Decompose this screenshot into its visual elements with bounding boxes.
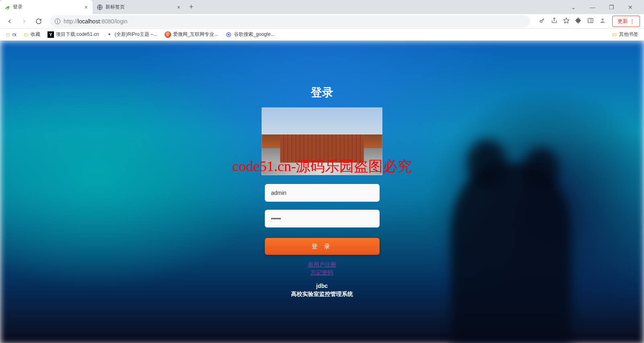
browser-chrome: 登录 × 新标签页 × + ⌄ — ❐ ✕ i: [0, 0, 644, 41]
close-button[interactable]: ✕: [625, 2, 636, 12]
dropdown-icon[interactable]: ⌄: [568, 2, 579, 12]
key-icon[interactable]: [539, 17, 545, 25]
tab-bar: 登录 × 新标签页 × + ⌄ — ❐ ✕: [0, 0, 644, 14]
side-panel-icon[interactable]: [587, 17, 594, 25]
maximize-button[interactable]: ❐: [606, 2, 617, 12]
bookmarks-bar: 🗀 rx 🗀 收藏 Y 项目下载:code51.cn ✦ (全新)RiPro主题…: [0, 29, 644, 41]
site-icon: ✦: [106, 31, 113, 38]
tab-title: 新标签页: [105, 4, 174, 10]
background-silhouette: [451, 163, 572, 343]
url-text: http://localhost:8080/login: [64, 18, 128, 25]
close-icon[interactable]: ×: [176, 3, 181, 11]
share-icon[interactable]: [551, 17, 557, 25]
bookmark-other[interactable]: 🗀 其他书签: [612, 31, 638, 38]
login-button[interactable]: 登 录: [265, 238, 380, 255]
address-bar[interactable]: i http://localhost:8080/login: [50, 15, 530, 27]
nav-bar: i http://localhost:8080/login 更新 ⋮: [0, 14, 644, 29]
globe-icon: [97, 4, 103, 10]
bookmark-rx[interactable]: 🗀 rx: [6, 32, 17, 37]
username-input[interactable]: [265, 184, 380, 202]
site-icon: [225, 31, 232, 38]
hero-image: [262, 107, 382, 175]
svg-point-4: [601, 18, 603, 20]
window-controls: ⌄ — ❐ ✕: [568, 2, 641, 12]
site-icon: 爱: [165, 31, 171, 38]
password-input[interactable]: [265, 210, 380, 227]
close-icon[interactable]: ×: [84, 3, 89, 11]
bookmark-google[interactable]: 谷歌搜索_google...: [225, 31, 275, 38]
minimize-button[interactable]: —: [586, 2, 599, 12]
folder-icon: 🗀: [6, 32, 10, 37]
bookmark-code51[interactable]: Y 项目下载:code51.cn: [47, 31, 99, 38]
svg-rect-2: [588, 18, 593, 23]
leaf-icon: [4, 4, 10, 10]
forgot-password-link[interactable]: 忘记密码: [258, 269, 386, 277]
folder-icon: 🗀: [612, 32, 617, 37]
footer-text: jdbc 高校实验室监控管理系统: [258, 282, 386, 298]
register-link[interactable]: 新用户注册: [258, 261, 386, 269]
bookmark-favorites[interactable]: 🗀 收藏: [24, 31, 40, 38]
login-form: 登录 登 录 新用户注册 忘记密码 jdbc 高校实验室监控管理系统: [258, 41, 386, 298]
tab-new[interactable]: 新标签页 ×: [93, 0, 185, 14]
back-button[interactable]: [4, 16, 15, 27]
site-icon: Y: [47, 31, 54, 38]
new-tab-button[interactable]: +: [185, 3, 198, 11]
tab-title: 登录: [13, 4, 81, 10]
profile-icon[interactable]: [599, 17, 606, 25]
reload-button[interactable]: [33, 16, 44, 27]
menu-icon: ⋮: [630, 18, 635, 24]
extensions-icon[interactable]: [575, 17, 582, 25]
forward-button[interactable]: [19, 16, 30, 27]
info-icon[interactable]: i: [55, 19, 60, 24]
toolbar-icons: [536, 17, 609, 25]
svg-point-6: [228, 33, 230, 35]
update-button[interactable]: 更新 ⋮: [612, 16, 640, 27]
star-icon[interactable]: [563, 17, 570, 25]
folder-icon: 🗀: [24, 32, 29, 37]
tab-login[interactable]: 登录 ×: [0, 0, 93, 14]
bookmark-aiwei[interactable]: 爱 爱微网_互联网专业...: [165, 31, 219, 38]
page-content: code51.cn-源码乐园盗图必究 登录 登 录 新用户注册 忘记密码 jdb…: [0, 41, 644, 343]
bookmark-ripro[interactable]: ✦ (全新)RiPro主题 –...: [106, 31, 157, 38]
login-title: 登录: [258, 85, 386, 100]
